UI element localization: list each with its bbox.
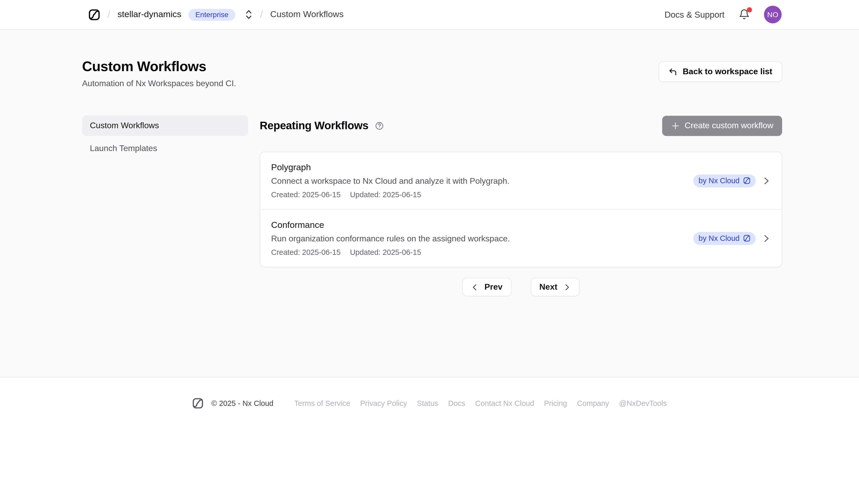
nx-cloud-footer-logo-icon [192, 398, 204, 409]
sidebar-item-launch-templates[interactable]: Launch Templates [82, 138, 248, 159]
notification-dot [747, 7, 752, 13]
footer-link-terms[interactable]: Terms of Service [294, 399, 350, 408]
page-footer: © 2025 - Nx Cloud Terms of Service Priva… [0, 377, 859, 504]
next-button-label: Next [539, 282, 557, 292]
page-title-block: Custom Workflows Automation of Nx Worksp… [82, 58, 236, 88]
footer-link-contact[interactable]: Contact Nx Cloud [475, 399, 534, 408]
main-content: Custom Workflows Automation of Nx Worksp… [0, 30, 859, 377]
plan-badge: Enterprise [189, 9, 235, 20]
back-button-label: Back to workspace list [683, 67, 772, 76]
chevron-right-icon [563, 283, 571, 291]
prev-page-button[interactable]: Prev [462, 278, 511, 296]
chevron-right-icon [762, 234, 771, 243]
workflow-description: Connect a workspace to Nx Cloud and anal… [271, 177, 510, 186]
breadcrumb: / stellar-dynamics Enterprise / Custom W… [88, 9, 344, 20]
footer-link-nxdevtools[interactable]: @NxDevTools [619, 399, 667, 408]
footer-link-status[interactable]: Status [417, 399, 438, 408]
create-button-label: Create custom workflow [685, 121, 773, 130]
help-icon[interactable] [375, 121, 384, 130]
workflow-created-date: Created: 2025-06-15 [271, 190, 341, 199]
sidebar-item-custom-workflows[interactable]: Custom Workflows [82, 115, 248, 136]
next-page-button[interactable]: Next [530, 278, 579, 296]
workflow-row-actions: by Nx Cloud [693, 232, 771, 245]
plus-icon [671, 121, 680, 130]
section-title: Repeating Workflows [260, 119, 368, 132]
copyright-text: © 2025 - Nx Cloud [211, 399, 273, 408]
breadcrumb-separator: / [107, 9, 110, 20]
workflows-section: Repeating Workflows Create c [260, 115, 782, 296]
footer-link-pricing[interactable]: Pricing [544, 399, 567, 408]
footer-link-privacy[interactable]: Privacy Policy [360, 399, 407, 408]
workflow-row-conformance[interactable]: Conformance Run organization conformance… [260, 209, 782, 267]
app-viewport: / stellar-dynamics Enterprise / Custom W… [0, 0, 859, 504]
workflow-updated-date: Updated: 2025-06-15 [350, 190, 421, 199]
workspace-switcher-icon[interactable] [245, 9, 253, 20]
footer-links: Terms of Service Privacy Policy Status D… [294, 399, 667, 408]
breadcrumb-separator: / [260, 9, 263, 20]
page-header: Custom Workflows Automation of Nx Worksp… [0, 30, 859, 88]
docs-support-link[interactable]: Docs & Support [664, 10, 724, 19]
workflows-list-card: Polygraph Connect a workspace to Nx Clou… [260, 152, 782, 267]
content-area: Custom Workflows Launch Templates Repeat… [0, 115, 859, 296]
top-bar-actions: Docs & Support NO [664, 6, 782, 24]
workflow-name: Conformance [271, 220, 510, 230]
workflow-row-actions: by Nx Cloud [693, 174, 771, 187]
back-to-workspace-list-button[interactable]: Back to workspace list [659, 61, 782, 82]
user-avatar[interactable]: NO [764, 6, 782, 24]
chevron-left-icon [471, 283, 479, 291]
chevron-right-icon [762, 176, 771, 185]
workflow-description: Run organization conformance rules on th… [271, 234, 510, 243]
footer-link-company[interactable]: Company [577, 399, 609, 408]
badge-label: by Nx Cloud [698, 177, 740, 185]
workspace-name[interactable]: stellar-dynamics [118, 9, 181, 20]
workflow-row-polygraph[interactable]: Polygraph Connect a workspace to Nx Clou… [260, 152, 782, 209]
notifications-button[interactable] [739, 9, 750, 20]
section-header: Repeating Workflows Create c [260, 115, 782, 136]
footer-content: © 2025 - Nx Cloud Terms of Service Priva… [0, 398, 859, 409]
top-bar: / stellar-dynamics Enterprise / Custom W… [0, 0, 859, 30]
pagination: Prev Next [260, 278, 782, 296]
nx-cloud-badge-icon [743, 177, 751, 184]
create-custom-workflow-button[interactable]: Create custom workflow [662, 116, 782, 136]
page-title: Custom Workflows [82, 58, 236, 75]
nx-cloud-logo-icon[interactable] [88, 9, 100, 20]
workflow-meta: Created: 2025-06-15 Updated: 2025-06-15 [271, 248, 510, 256]
workflow-created-date: Created: 2025-06-15 [271, 248, 341, 256]
workflow-meta: Created: 2025-06-15 Updated: 2025-06-15 [271, 190, 510, 199]
workflow-name: Polygraph [271, 163, 510, 173]
prev-button-label: Prev [484, 282, 502, 292]
by-nx-cloud-badge[interactable]: by Nx Cloud [693, 174, 756, 187]
page-subtitle: Automation of Nx Workspaces beyond CI. [82, 79, 236, 88]
by-nx-cloud-badge[interactable]: by Nx Cloud [693, 232, 756, 245]
footer-link-docs[interactable]: Docs [448, 399, 465, 408]
workflow-info: Polygraph Connect a workspace to Nx Clou… [271, 163, 510, 199]
settings-sidebar: Custom Workflows Launch Templates [82, 115, 248, 159]
breadcrumb-current-page: Custom Workflows [270, 9, 344, 20]
workflow-info: Conformance Run organization conformance… [271, 220, 510, 256]
nx-cloud-badge-icon [743, 234, 751, 242]
return-arrow-icon [669, 67, 678, 76]
badge-label: by Nx Cloud [698, 234, 740, 242]
workflow-updated-date: Updated: 2025-06-15 [350, 248, 421, 256]
